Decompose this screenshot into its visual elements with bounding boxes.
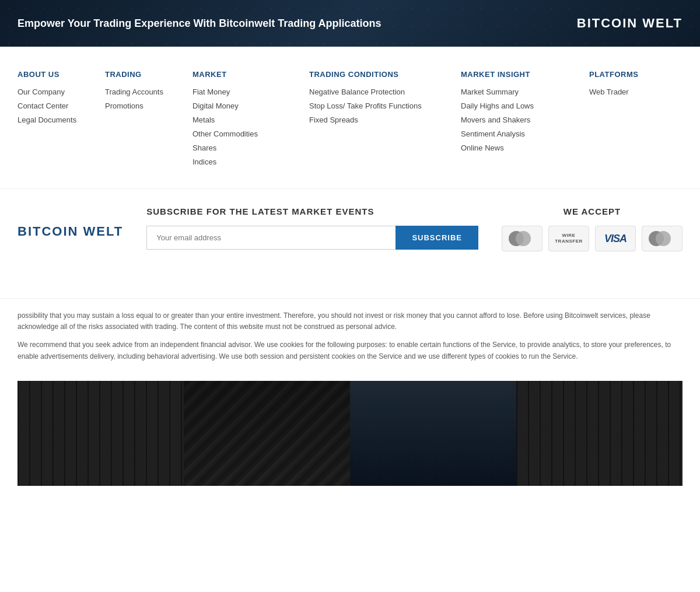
nav-link-market-summary[interactable]: Market Summary	[461, 87, 519, 96]
header-logo: BITCOIN WELT	[577, 16, 682, 31]
list-item[interactable]: Market Summary	[461, 87, 589, 96]
finance-image-1	[184, 381, 350, 486]
list-item[interactable]: Our Company	[18, 87, 105, 96]
payment-visa: VISA	[595, 226, 636, 251]
subscribe-heading: SUBSCRIBE FOR THE LATEST MARKET EVENTS	[146, 206, 478, 216]
footer-logo-area: BITCOIN WELT	[18, 206, 123, 239]
wire-transfer-label: WIRE	[555, 233, 583, 239]
list-item[interactable]: Sentiment Analysis	[461, 129, 589, 138]
subscribe-button[interactable]: SUBSCRIBE	[396, 226, 478, 250]
nav-link-indices[interactable]: Indices	[192, 157, 216, 166]
finance-image-2	[350, 381, 516, 486]
list-item[interactable]: Legal Documents	[18, 115, 105, 124]
payment-mastercard	[502, 226, 542, 251]
image-card-4[interactable]	[516, 381, 682, 486]
list-item[interactable]: Web Trader	[589, 87, 682, 96]
list-item[interactable]: Daily Highs and Lows	[461, 101, 589, 110]
nav-link-negative-balance[interactable]: Negative Balance Protection	[309, 87, 405, 96]
wire-transfer-label2: TRANSFER	[555, 239, 583, 244]
list-item[interactable]: Digital Money	[192, 101, 309, 110]
list-item[interactable]: Metals	[192, 115, 309, 124]
stock-market-image-1	[18, 381, 184, 486]
disclaimer-paragraph-2: We recommend that you seek advice from a…	[18, 339, 682, 362]
list-item[interactable]: Fixed Spreads	[309, 115, 461, 124]
nav-link-movers[interactable]: Movers and Shakers	[461, 115, 530, 124]
nav-heading-trading: TRADING	[105, 70, 192, 79]
nav-link-other-commodities[interactable]: Other Commodities	[192, 129, 258, 138]
nav-link-trading-accounts[interactable]: Trading Accounts	[105, 87, 163, 96]
nav-heading-platforms: PLATFORMS	[589, 70, 682, 79]
image-grid	[0, 381, 700, 486]
nav-link-stop-loss[interactable]: Stop Loss/ Take Profits Functions	[309, 101, 422, 110]
nav-link-digital-money[interactable]: Digital Money	[192, 101, 239, 110]
nav-col-trading-conditions: TRADING CONDITIONS Negative Balance Prot…	[309, 70, 461, 171]
nav-link-online-news[interactable]: Online News	[461, 143, 504, 152]
image-card-1[interactable]	[18, 381, 184, 486]
nav-col-about: ABOUT US Our Company Contact Center Lega…	[18, 70, 105, 171]
payment-icons: WIRE TRANSFER VISA	[502, 226, 682, 251]
nav-link-legal-documents[interactable]: Legal Documents	[18, 115, 76, 124]
footer-nav: ABOUT US Our Company Contact Center Lega…	[0, 47, 700, 189]
nav-link-web-trader[interactable]: Web Trader	[589, 87, 629, 96]
image-card-3[interactable]	[350, 381, 516, 486]
nav-grid: ABOUT US Our Company Contact Center Lega…	[18, 70, 682, 171]
nav-link-sentiment[interactable]: Sentiment Analysis	[461, 129, 525, 138]
subscribe-form: SUBSCRIBE	[146, 226, 478, 250]
list-item[interactable]: Shares	[192, 143, 309, 152]
nav-col-trading: TRADING Trading Accounts Promotions	[105, 70, 192, 171]
visa-label: VISA	[604, 233, 626, 245]
list-item[interactable]: Contact Center	[18, 101, 105, 110]
nav-link-fiat-money[interactable]: Fiat Money	[192, 87, 230, 96]
subscribe-area: SUBSCRIBE FOR THE LATEST MARKET EVENTS S…	[146, 206, 478, 250]
list-item[interactable]: Trading Accounts	[105, 87, 192, 96]
nav-link-contact-center[interactable]: Contact Center	[18, 101, 68, 110]
page-header: Empower Your Trading Experience With Bit…	[0, 0, 700, 47]
nav-link-our-company[interactable]: Our Company	[18, 87, 65, 96]
nav-heading-about: ABOUT US	[18, 70, 105, 79]
header-tagline: Empower Your Trading Experience With Bit…	[18, 17, 382, 30]
list-item[interactable]: Stop Loss/ Take Profits Functions	[309, 101, 461, 110]
nav-link-promotions[interactable]: Promotions	[105, 101, 144, 110]
nav-link-daily-highs[interactable]: Daily Highs and Lows	[461, 101, 534, 110]
list-item[interactable]: Other Commodities	[192, 129, 309, 138]
list-item[interactable]: Indices	[192, 157, 309, 166]
nav-col-market: MARKET Fiat Money Digital Money Metals O…	[192, 70, 309, 171]
list-item[interactable]: Online News	[461, 143, 589, 152]
nav-link-metals[interactable]: Metals	[192, 115, 215, 124]
payment-wire-transfer: WIRE TRANSFER	[548, 226, 589, 251]
footer-logo: BITCOIN WELT	[18, 224, 123, 239]
spacer	[0, 275, 700, 298]
list-item[interactable]: Promotions	[105, 101, 192, 110]
image-card-2[interactable]	[184, 381, 350, 486]
email-input[interactable]	[146, 226, 396, 250]
payment-mastercard-2	[642, 226, 682, 251]
list-item[interactable]: Movers and Shakers	[461, 115, 589, 124]
nav-heading-market-insight: MARKET INSIGHT	[461, 70, 589, 79]
bottom-section: BITCOIN WELT SUBSCRIBE FOR THE LATEST MA…	[0, 189, 700, 275]
list-item[interactable]: Negative Balance Protection	[309, 87, 461, 96]
nav-link-fixed-spreads[interactable]: Fixed Spreads	[309, 115, 358, 124]
nav-link-shares[interactable]: Shares	[192, 143, 216, 152]
nav-col-platforms: PLATFORMS Web Trader	[589, 70, 682, 171]
disclaimer-paragraph-1: possibility that you may sustain a loss …	[18, 310, 682, 332]
we-accept-area: WE ACCEPT WIRE TRANSFER VISA	[502, 206, 682, 251]
nav-heading-market: MARKET	[192, 70, 309, 79]
disclaimer-section: possibility that you may sustain a loss …	[0, 298, 700, 381]
nav-heading-trading-conditions: TRADING CONDITIONS	[309, 70, 461, 79]
we-accept-heading: WE ACCEPT	[502, 206, 682, 216]
nav-col-market-insight: MARKET INSIGHT Market Summary Daily High…	[461, 70, 589, 171]
stock-market-image-2	[516, 381, 682, 486]
list-item[interactable]: Fiat Money	[192, 87, 309, 96]
